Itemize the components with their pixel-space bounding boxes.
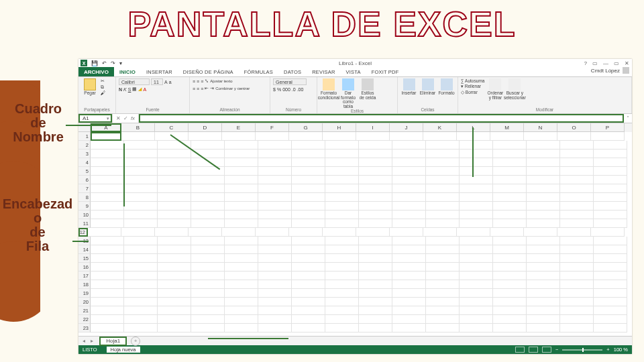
cell[interactable] bbox=[527, 280, 560, 289]
sort-filter-button[interactable]: Ordenar y filtrar bbox=[486, 78, 504, 100]
cell[interactable] bbox=[258, 167, 292, 176]
cell[interactable] bbox=[91, 254, 124, 263]
cell[interactable] bbox=[493, 176, 527, 184]
cell[interactable] bbox=[594, 298, 627, 306]
cell[interactable] bbox=[460, 141, 493, 149]
view-layout-icon[interactable] bbox=[529, 347, 538, 353]
cell[interactable] bbox=[359, 167, 392, 176]
row-header[interactable]: 8 bbox=[78, 193, 91, 202]
align-left-icon[interactable]: ≡ bbox=[193, 86, 195, 91]
cell[interactable] bbox=[292, 298, 325, 306]
column-header[interactable]: D bbox=[189, 123, 222, 132]
row-header[interactable]: 12 bbox=[78, 228, 88, 237]
row-header[interactable]: 6 bbox=[78, 176, 91, 184]
cell[interactable] bbox=[560, 324, 594, 333]
file-tab[interactable]: ARCHIVO bbox=[78, 67, 114, 76]
percent-icon[interactable]: % bbox=[277, 87, 281, 92]
ribbon-options-icon[interactable]: ▭ bbox=[592, 60, 598, 66]
cell[interactable] bbox=[91, 289, 124, 298]
cell[interactable] bbox=[527, 167, 560, 176]
cell[interactable] bbox=[493, 149, 527, 158]
cell[interactable] bbox=[426, 202, 460, 210]
cell[interactable] bbox=[527, 202, 560, 210]
cell[interactable] bbox=[594, 306, 627, 315]
cell[interactable] bbox=[493, 280, 527, 289]
cell[interactable] bbox=[426, 237, 460, 245]
cell[interactable] bbox=[392, 202, 426, 210]
row-header[interactable]: 3 bbox=[78, 149, 91, 158]
cell[interactable] bbox=[493, 272, 527, 280]
cell[interactable] bbox=[560, 254, 594, 263]
row-header[interactable]: 15 bbox=[78, 254, 91, 263]
cell[interactable] bbox=[124, 202, 158, 210]
cell[interactable] bbox=[426, 315, 460, 324]
font-color-icon[interactable]: A bbox=[143, 87, 146, 92]
cell[interactable] bbox=[189, 228, 222, 237]
row-header[interactable]: 7 bbox=[78, 184, 91, 193]
align-center-icon[interactable]: ≡ bbox=[197, 86, 199, 91]
cell[interactable] bbox=[325, 254, 359, 263]
cell[interactable] bbox=[392, 254, 426, 263]
cell[interactable] bbox=[258, 141, 292, 149]
cell[interactable] bbox=[426, 298, 460, 306]
cell[interactable] bbox=[292, 202, 325, 210]
qat-save-icon[interactable]: 💾 bbox=[91, 60, 98, 66]
cell[interactable] bbox=[493, 202, 527, 210]
cell[interactable] bbox=[258, 184, 292, 193]
cell[interactable] bbox=[426, 193, 460, 202]
cell[interactable] bbox=[356, 132, 390, 141]
cell[interactable] bbox=[225, 324, 258, 333]
cell[interactable] bbox=[91, 141, 124, 149]
cell[interactable] bbox=[426, 184, 460, 193]
cell[interactable] bbox=[426, 263, 460, 272]
cell[interactable] bbox=[392, 272, 426, 280]
cell[interactable] bbox=[460, 254, 493, 263]
cell[interactable] bbox=[426, 167, 460, 176]
cell[interactable] bbox=[493, 245, 527, 254]
sheet-nav-icons[interactable]: ◂ ▸ bbox=[83, 338, 95, 344]
cell[interactable] bbox=[225, 272, 258, 280]
tab-inicio[interactable]: INICIO bbox=[114, 67, 141, 76]
cell[interactable] bbox=[560, 193, 594, 202]
cell[interactable] bbox=[325, 184, 359, 193]
row-header[interactable]: 5 bbox=[78, 167, 91, 176]
column-header[interactable]: C bbox=[155, 123, 189, 132]
zoom-slider[interactable] bbox=[562, 349, 602, 351]
cell[interactable] bbox=[124, 149, 158, 158]
cell[interactable] bbox=[292, 141, 325, 149]
row-header[interactable]: 22 bbox=[78, 315, 91, 324]
cell[interactable] bbox=[124, 254, 158, 263]
account-name[interactable]: Cmdt López bbox=[591, 67, 629, 74]
cell[interactable] bbox=[191, 280, 225, 289]
cell[interactable] bbox=[560, 245, 594, 254]
cell[interactable] bbox=[325, 141, 359, 149]
cell[interactable] bbox=[91, 280, 124, 289]
cell[interactable] bbox=[124, 315, 158, 324]
cell[interactable] bbox=[594, 263, 627, 272]
cell[interactable] bbox=[222, 228, 256, 237]
cell[interactable] bbox=[426, 245, 460, 254]
cell[interactable] bbox=[460, 193, 493, 202]
cell[interactable] bbox=[158, 176, 191, 184]
cell[interactable] bbox=[359, 219, 392, 228]
name-box[interactable]: A1 bbox=[78, 114, 112, 123]
column-header[interactable]: E bbox=[222, 123, 256, 132]
row-header[interactable]: 21 bbox=[78, 306, 91, 315]
borders-icon[interactable]: ▦ bbox=[132, 86, 137, 92]
cell[interactable] bbox=[594, 184, 627, 193]
cell[interactable] bbox=[392, 167, 426, 176]
cell[interactable] bbox=[460, 280, 493, 289]
cell[interactable] bbox=[560, 202, 594, 210]
close-button[interactable]: ✕ bbox=[625, 60, 629, 66]
active-cell[interactable] bbox=[91, 132, 121, 141]
cell[interactable] bbox=[91, 324, 124, 333]
cell[interactable] bbox=[359, 289, 392, 298]
cell[interactable] bbox=[292, 184, 325, 193]
cell[interactable] bbox=[325, 280, 359, 289]
cell[interactable] bbox=[594, 176, 627, 184]
cell[interactable] bbox=[91, 306, 124, 315]
delete-cells-button[interactable]: Eliminar bbox=[419, 78, 436, 96]
cell[interactable] bbox=[225, 167, 258, 176]
cell[interactable] bbox=[527, 254, 560, 263]
tab-vista[interactable]: VISTA bbox=[341, 67, 366, 76]
